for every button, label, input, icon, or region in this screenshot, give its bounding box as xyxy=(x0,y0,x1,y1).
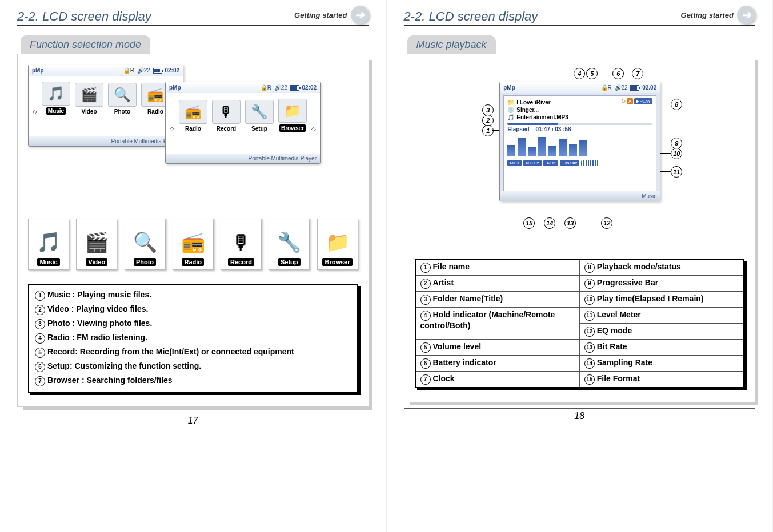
mini-topbar-2: pMp 🔒R 🔊22 02:02 xyxy=(166,82,320,93)
big-icon-record: 🎙 Record xyxy=(221,219,262,270)
legend-cell: 3Folder Name(Title) xyxy=(415,292,580,308)
chip-format: MP3 xyxy=(507,160,521,166)
callout-4: 4 xyxy=(574,68,585,79)
callout-7: 7 xyxy=(632,68,643,79)
volume-icon: 🔊22 xyxy=(137,67,150,74)
nav-right-icon[interactable]: ◇ xyxy=(311,126,316,132)
page-subhead: Getting started ➔ xyxy=(294,6,369,24)
music-footer: Music xyxy=(500,191,660,201)
legend-cell: 7Clock xyxy=(415,372,580,388)
page-right: 2-2. LCD screen display Getting started … xyxy=(387,0,774,532)
video-icon: 🎬 xyxy=(75,83,103,107)
big-icon-video: 🎬 Video xyxy=(76,219,117,270)
callout-13: 13 xyxy=(564,217,576,229)
callout-15: 15 xyxy=(523,217,535,229)
legend-cell: 10Play time(Elapsed I Remain) xyxy=(579,292,744,308)
legend-text: Record: Recording from the Mic(Int/Ext) … xyxy=(47,347,294,356)
radio-icon: 📻 xyxy=(181,231,205,253)
legend-text: Playback mode/status xyxy=(597,262,681,271)
mini-topbar-1: pMp 🔒R 🔊22 02:02 xyxy=(29,65,183,76)
legend-text: Bit Rate xyxy=(597,342,627,351)
menu-music[interactable]: 🎵 Music xyxy=(42,82,70,115)
legend-text: Radio : FM radio listening. xyxy=(47,333,147,342)
clock-value: 02.02 xyxy=(642,84,656,91)
section-tab: Music playback xyxy=(407,35,496,54)
wave-icon xyxy=(581,160,598,166)
progress-bar[interactable] xyxy=(507,123,652,125)
legend-row: 2Video : Playing video files. xyxy=(35,303,351,317)
page-subhead-text: Getting started xyxy=(294,11,347,19)
callout-12: 12 xyxy=(601,217,612,229)
photo-icon: 🔍 xyxy=(133,231,157,253)
legend-cell: 15File Format xyxy=(579,372,744,388)
note-icon: 🎵 xyxy=(507,114,514,120)
menu-label: Browser xyxy=(279,124,306,132)
callout-5: 5 xyxy=(586,68,598,79)
big-icon-label: Setup xyxy=(278,258,301,266)
menu-photo[interactable]: 🔍 Photo xyxy=(108,83,137,115)
status-cluster: 🔒R 🔊22 02.02 xyxy=(600,84,657,91)
menu-setup[interactable]: 🔧 Setup xyxy=(245,100,274,132)
legend-row: 5Record: Recording from the Mic(Int/Ext)… xyxy=(35,345,351,360)
menu-video[interactable]: 🎬 Video xyxy=(75,83,103,115)
music-icon: 🎵 xyxy=(37,231,61,253)
music-playback-box: 4 5 6 7 3 2 1 8 9 10 11 15 14 13 12 p xyxy=(404,54,756,402)
play-mode-cluster: ↻ A ▶PLAY xyxy=(621,98,652,104)
big-icon-browser: 📁 Browser xyxy=(317,219,358,270)
page-title: 2-2. LCD screen display xyxy=(404,9,538,24)
page-subhead-text: Getting started xyxy=(681,11,734,19)
status-cluster: 🔒R 🔊22 02:02 xyxy=(259,84,317,91)
menu-label: Radio xyxy=(185,126,201,132)
menu-label: Music xyxy=(46,107,66,115)
volume-icon: 🔊22 xyxy=(274,84,287,91)
volume-value: 22 xyxy=(144,67,150,74)
time-value: 01:47 ı 03 :58 xyxy=(535,126,571,132)
battery-icon xyxy=(290,85,299,91)
legend-cell: 5Volume level xyxy=(415,340,580,356)
legend-cell: 2Artist xyxy=(415,276,580,292)
page-header: 2-2. LCD screen display Getting started … xyxy=(404,6,756,26)
music-topbar: pMp 🔒R 🔊22 02.02 xyxy=(500,82,660,93)
music-icon: 🎵 xyxy=(42,82,70,106)
menu-record[interactable]: 🎙 Record xyxy=(212,100,241,132)
battery-icon xyxy=(153,68,162,74)
big-icon-label: Radio xyxy=(182,258,204,266)
mini-window-1: pMp 🔒R 🔊22 02:02 ◇ 🎵 Music xyxy=(28,65,183,147)
volume-value: 22 xyxy=(281,84,287,91)
callout-10: 10 xyxy=(671,148,682,159)
menu-browser[interactable]: 📁 Browser xyxy=(278,99,307,132)
legend-text: Photo : Viewing photo files. xyxy=(47,319,152,328)
page-title: 2-2. LCD screen display xyxy=(17,9,151,24)
progress-fill xyxy=(507,123,558,125)
legend-text: Artist xyxy=(433,278,454,287)
legend-cell: 12EQ mode xyxy=(579,324,744,340)
legend-row: 6Setup: Customizing the function setting… xyxy=(35,360,351,374)
record-icon: 🎙 xyxy=(212,100,241,124)
menu-radio[interactable]: 📻 Radio xyxy=(179,100,207,132)
volume-value: 22 xyxy=(622,84,628,91)
time-line: Elapsed 01:47 ı 03 :58 xyxy=(507,126,652,132)
big-icon-label: Browser xyxy=(322,258,352,266)
legend-cell: 1File name xyxy=(415,259,580,276)
menu-label: Video xyxy=(81,108,97,115)
mini-body-2: ◇ 📻 Radio 🎙 Record 🔧 Setup xyxy=(166,93,320,154)
legend-row: 3Photo : Viewing photo files. xyxy=(35,317,351,331)
legend-cell: 9Progressive Bar xyxy=(579,276,744,292)
music-legend: 1File name 8Playback mode/status 2Artist… xyxy=(415,259,745,388)
legend-text: Folder Name(Title) xyxy=(433,294,503,303)
big-icons-row: 🎵 Music 🎬 Video 🔍 Photo 📻 Radio 🎙 Record… xyxy=(28,219,358,270)
setup-icon: 🔧 xyxy=(245,100,274,124)
nav-left-icon[interactable]: ◇ xyxy=(33,108,37,115)
legend-text: Level Meter xyxy=(597,310,641,319)
logo: pMp xyxy=(503,84,515,91)
legend-row: 4Radio : FM radio listening. xyxy=(35,331,351,345)
battery-icon xyxy=(630,85,639,91)
repeat-icon: ↻ xyxy=(621,98,626,104)
nav-left-icon[interactable]: ◇ xyxy=(170,126,174,132)
hold-icon: 🔒R xyxy=(123,67,134,74)
mini-footer-2: Portable Multimedia Player xyxy=(166,154,320,163)
logo: pMp xyxy=(32,67,44,74)
big-icon-label: Record xyxy=(228,258,254,266)
arrow-right-icon: ➔ xyxy=(737,6,755,24)
time-label: Elapsed xyxy=(507,126,529,132)
